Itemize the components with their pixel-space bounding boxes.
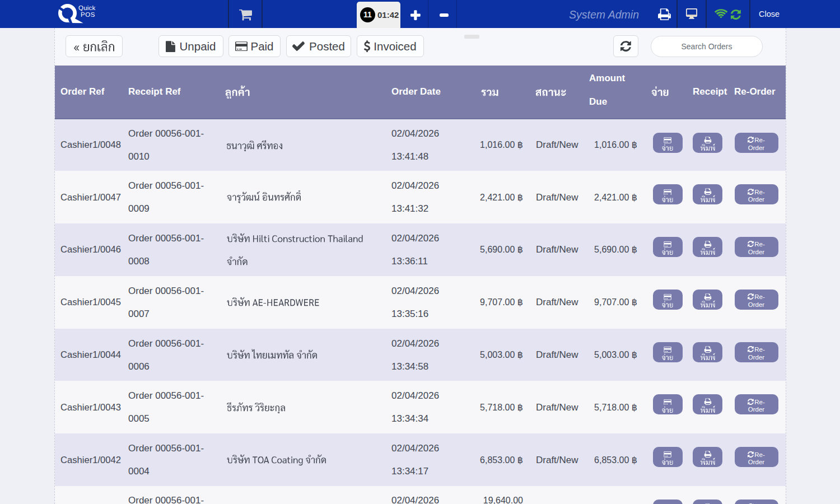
receipt-print-button[interactable]	[693, 184, 722, 204]
order-tab[interactable]: 11 01:42	[357, 2, 400, 28]
print-button-label	[700, 405, 715, 414]
add-order-button[interactable]	[410, 10, 421, 22]
filter-posted-button[interactable]: Posted	[286, 35, 351, 57]
customer-name	[227, 348, 318, 361]
column-header[interactable]	[474, 66, 526, 119]
receipt-print-button[interactable]	[693, 447, 722, 467]
filter-paid-button[interactable]: Paid	[228, 35, 281, 57]
total-cell: 19,640.00	[474, 486, 526, 504]
filter-invoiced-button[interactable]: Invoiced	[357, 35, 424, 57]
column-header[interactable]: Amount Due	[586, 66, 642, 119]
column-header[interactable]	[221, 66, 385, 119]
column-header[interactable]: Order Date	[385, 66, 474, 119]
cashier-screen-button[interactable]	[686, 8, 697, 21]
order-date-cell: 02/04/2026 13:36:11	[385, 223, 474, 276]
reorder-button[interactable]: Re-Order	[735, 342, 778, 362]
sync-status[interactable]	[731, 10, 741, 22]
order-count-badge: 11	[360, 7, 375, 22]
reorder-button[interactable]: Re-Order	[735, 133, 778, 153]
file-icon	[166, 41, 175, 52]
column-header[interactable]: Order Ref	[55, 66, 122, 119]
receipt-ref-cell: Order 00056-001-0009	[122, 171, 221, 223]
customer-cell	[221, 276, 385, 329]
user-menu[interactable]: System Admin	[569, 0, 639, 28]
check-icon	[292, 41, 305, 51]
header-row: Order RefReceipt RefOrder DateAmount Due…	[55, 66, 786, 119]
reorder-button[interactable]: Re-Order	[735, 447, 778, 467]
order-row[interactable]: Cashier1/0047Order 00056-001-000902/04/2…	[55, 171, 786, 223]
receipt-cell	[688, 381, 729, 433]
column-header[interactable]	[526, 66, 586, 119]
order-row[interactable]: Cashier1/0044Order 00056-001-000602/04/2…	[55, 329, 786, 381]
reorder-button[interactable]: Re-Order	[735, 500, 778, 504]
customer-cell	[221, 433, 385, 486]
receipt-print-button[interactable]	[693, 500, 722, 504]
order-row[interactable]: Cashier1/0046Order 00056-001-000802/04/2…	[55, 223, 786, 276]
column-header[interactable]	[642, 66, 688, 119]
search-input[interactable]	[651, 36, 762, 57]
pay-button[interactable]	[653, 133, 683, 153]
nav-divider	[676, 0, 678, 28]
refresh-icon	[748, 137, 754, 143]
order-row[interactable]: Cashier1/0048Order 00056-001-001002/04/2…	[55, 119, 786, 171]
remove-order-button[interactable]	[440, 13, 449, 17]
pay-button[interactable]	[653, 184, 683, 204]
refresh-icon	[748, 293, 754, 300]
column-header[interactable]: Receipt	[688, 66, 729, 119]
nav-divider	[228, 0, 229, 28]
scrollbar-thumb[interactable]	[464, 35, 479, 39]
monitor-icon	[686, 8, 697, 19]
reorder-button[interactable]: Re-Order	[735, 184, 778, 204]
cart-button[interactable]	[239, 10, 252, 23]
logo[interactable]: QuickPOS	[58, 2, 98, 26]
pay-button-label	[662, 300, 674, 309]
column-header-label: Receipt Ref	[128, 86, 181, 97]
filter-label: Unpaid	[180, 40, 216, 53]
customer-cell	[221, 486, 385, 504]
order-row[interactable]: Order 00056-001-02/04/202619,640.00Re-Or…	[55, 486, 786, 504]
logo-line1: Quick	[78, 5, 95, 12]
pay-button[interactable]	[653, 342, 683, 362]
receipt-print-button[interactable]	[693, 133, 722, 153]
order-row[interactable]: Cashier1/0045Order 00056-001-000702/04/2…	[55, 276, 786, 329]
order-row[interactable]: Cashier1/0042Order 00056-001-000402/04/2…	[55, 433, 786, 486]
receipt-print-button[interactable]	[693, 342, 722, 362]
receipt-print-button[interactable]	[693, 237, 722, 257]
column-header[interactable]: Receipt Ref	[122, 66, 221, 119]
printer-icon	[658, 8, 671, 20]
total-cell: 9,707.00 ฿	[474, 276, 526, 329]
refresh-orders-button[interactable]	[613, 35, 638, 57]
reorder-button[interactable]: Re-Order	[735, 394, 778, 414]
pay-button[interactable]	[653, 394, 683, 414]
refresh-icon-wrap	[748, 189, 754, 197]
order-row[interactable]: Cashier1/0043Order 00056-001-000502/04/2…	[55, 381, 786, 433]
reorder-button[interactable]: Re-Order	[735, 237, 778, 257]
receipt-print-button[interactable]	[693, 394, 722, 414]
column-header-label: Order Ref	[60, 86, 104, 97]
pay-button[interactable]	[653, 237, 683, 257]
print-button-label	[700, 300, 715, 309]
print-button[interactable]	[658, 8, 671, 22]
reorder-button[interactable]: Re-Order	[735, 290, 778, 310]
refresh-icon-wrap	[748, 399, 754, 407]
cancel-button[interactable]	[66, 35, 123, 57]
order-date-cell: 02/04/2026 13:34:34	[385, 381, 474, 433]
column-header-label	[651, 85, 669, 99]
customer-name	[226, 139, 283, 152]
amount-due-cell	[586, 486, 642, 504]
amount-due-cell: 2,421.00 ฿	[586, 171, 642, 223]
nav-divider	[749, 0, 750, 28]
orders-table: Order RefReceipt RefOrder DateAmount Due…	[55, 66, 786, 504]
pay-button[interactable]	[653, 447, 683, 467]
pay-button[interactable]	[653, 500, 683, 504]
pay-button[interactable]	[653, 290, 683, 310]
filter-unpaid-button[interactable]: Unpaid	[158, 35, 223, 57]
refresh-icon	[748, 189, 754, 195]
column-header[interactable]: Re-Order	[729, 66, 786, 119]
nav-divider	[456, 0, 457, 28]
total-cell: 2,421.00 ฿	[474, 171, 526, 223]
pay-button-label	[662, 405, 674, 414]
receipt-print-button[interactable]	[693, 290, 722, 310]
close-button[interactable]: Close	[759, 0, 780, 28]
customer-name	[227, 401, 286, 414]
